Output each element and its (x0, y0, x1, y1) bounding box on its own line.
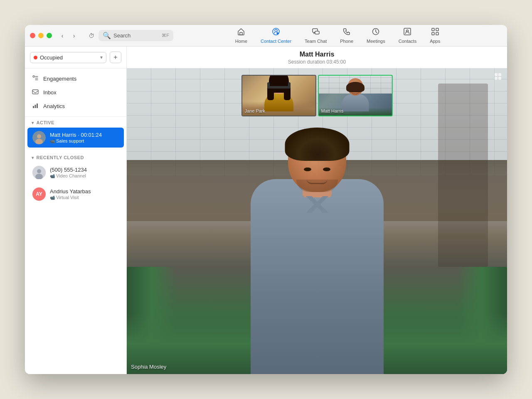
dropdown-arrow-icon: ▾ (100, 54, 103, 60)
status-dropdown[interactable]: Occupied ▾ (30, 52, 106, 63)
video-icon: 📹 (50, 139, 55, 143)
avatar-andrius-yatarbas: AY (32, 187, 46, 201)
traffic-lights (30, 33, 52, 38)
sidebar-header: Occupied ▾ + (25, 47, 126, 69)
contact-info-unknown-phone: (500) 555-1234 📹 Video Channel (50, 167, 119, 178)
svg-rect-18 (35, 105, 36, 108)
sidebar: Occupied ▾ + Engagement (25, 47, 127, 374)
tab-team-chat[interactable]: Team Chat (298, 26, 333, 45)
svg-rect-11 (436, 32, 438, 35)
sidebar-item-analytics[interactable]: Analytics (25, 99, 126, 113)
contact-name-andrius-yatarbas: Andrius Yatarbas (50, 188, 119, 195)
svg-rect-26 (495, 73, 498, 76)
maximize-button[interactable] (47, 33, 52, 38)
avatar-matt-harris (32, 131, 46, 144)
tab-contact-center-label: Contact Center (261, 39, 291, 44)
search-label: Search (113, 32, 159, 39)
forward-button[interactable]: › (69, 30, 79, 41)
tab-home[interactable]: Home (229, 26, 254, 45)
tab-contacts[interactable]: Contacts (392, 26, 423, 45)
tab-apps[interactable]: Apps (423, 26, 447, 45)
video-session-info: Session duration 03:45:00 (127, 59, 507, 65)
app-window: ‹ › ⏱ 🔍 Search ⌘F Home (25, 25, 507, 374)
tab-phone[interactable]: Phone (333, 26, 360, 45)
tab-contact-center[interactable]: Contact Center (254, 26, 298, 45)
search-icon: 🔍 (103, 32, 111, 39)
contact-timer: · 00:01:24 (78, 132, 102, 138)
thumbnail-matt-harris-label: Matt Harris (321, 108, 344, 113)
contacts-icon (403, 27, 411, 38)
svg-rect-0 (240, 32, 242, 35)
contact-sub-matt-harris: 📹 Sales support (50, 138, 119, 143)
sidebar-item-engagements[interactable]: Engagements (25, 72, 126, 86)
sidebar-nav: Engagements Inbox (25, 69, 126, 117)
tab-home-label: Home (235, 39, 247, 44)
status-indicator (34, 56, 37, 59)
contact-sub-andrius-yatarbas: 📹 Virtual Visit (50, 195, 119, 200)
active-section-arrow-icon: ▾ (32, 121, 34, 125)
main-person-label: Sophia Mosley (131, 364, 166, 370)
history-button[interactable]: ⏱ (86, 30, 97, 41)
inbox-icon (32, 89, 39, 96)
avatar-unknown-phone (32, 166, 46, 179)
contact-item-andrius-yatarbas[interactable]: AY Andrius Yatarbas 📹 Virtual Visit (27, 184, 124, 204)
svg-point-24 (37, 169, 41, 173)
svg-point-2 (277, 32, 279, 34)
tab-team-chat-label: Team Chat (305, 39, 327, 44)
svg-rect-16 (32, 90, 38, 94)
svg-rect-4 (315, 31, 319, 34)
contact-center-icon (272, 27, 280, 38)
thumbnail-strip: Jane Park (241, 75, 393, 116)
nav-tabs: Home Contact Center (173, 26, 502, 45)
home-icon (237, 27, 245, 38)
contact-name-unknown-phone: (500) 555-1234 (50, 167, 119, 173)
svg-rect-10 (432, 32, 434, 35)
recently-closed-arrow-icon: ▾ (32, 155, 34, 160)
search-shortcut: ⌘F (162, 33, 169, 38)
analytics-label: Analytics (43, 103, 65, 109)
video-header: Matt Harris Session duration 03:45:00 (127, 47, 507, 68)
svg-rect-17 (33, 106, 34, 108)
inbox-label: Inbox (43, 89, 57, 96)
status-label: Occupied (40, 54, 98, 61)
sidebar-item-inbox[interactable]: Inbox (25, 86, 126, 99)
recently-closed-section-label: ▾ RECENTLY CLOSED (25, 152, 126, 162)
add-button[interactable]: + (110, 52, 121, 63)
engagements-icon (32, 75, 39, 83)
thumbnail-jane-park[interactable]: Jane Park (241, 75, 316, 116)
apps-icon (431, 27, 439, 38)
svg-rect-8 (432, 28, 434, 31)
tab-meetings[interactable]: Meetings (360, 26, 392, 45)
tab-apps-label: Apps (430, 39, 440, 44)
tab-contacts-label: Contacts (399, 39, 416, 44)
svg-rect-28 (495, 77, 498, 80)
active-section-label: ▾ ACTIVE (25, 117, 126, 127)
thumbnail-matt-harris[interactable]: Matt Harris (318, 75, 393, 116)
minimize-button[interactable] (38, 33, 44, 38)
svg-point-21 (37, 134, 41, 138)
phone-icon (342, 27, 351, 38)
contact-info-andrius-yatarbas: Andrius Yatarbas 📹 Virtual Visit (50, 188, 119, 200)
video-icon-unknown: 📹 (50, 174, 55, 178)
tab-phone-label: Phone (340, 39, 353, 44)
contact-sub-unknown-phone: 📹 Video Channel (50, 173, 119, 178)
video-contact-name: Matt Harris (127, 51, 507, 58)
video-area: Matt Harris Session duration 03:45:00 (127, 47, 507, 374)
grid-view-button[interactable] (494, 72, 502, 83)
contact-item-unknown-phone[interactable]: (500) 555-1234 📹 Video Channel (27, 163, 124, 182)
search-bar[interactable]: 🔍 Search ⌘F (99, 30, 173, 41)
engagements-label: Engagements (43, 76, 76, 82)
contact-name-matt-harris: Matt Harris · 00:01:24 (50, 132, 119, 138)
back-button[interactable]: ‹ (57, 30, 68, 41)
video-icon-andrius: 📹 (50, 195, 55, 200)
contact-item-matt-harris[interactable]: Matt Harris · 00:01:24 📹 Sales support (27, 128, 124, 148)
main-content: Occupied ▾ + Engagement (25, 47, 507, 374)
team-chat-icon (312, 27, 320, 38)
titlebar: ‹ › ⏱ 🔍 Search ⌘F Home (25, 25, 507, 47)
contact-info-matt-harris: Matt Harris · 00:01:24 📹 Sales support (50, 132, 119, 143)
close-button[interactable] (30, 33, 35, 38)
video-main: Jane Park (127, 68, 507, 374)
nav-arrows: ‹ › (57, 30, 79, 41)
svg-rect-9 (436, 28, 438, 31)
analytics-icon (32, 102, 39, 110)
